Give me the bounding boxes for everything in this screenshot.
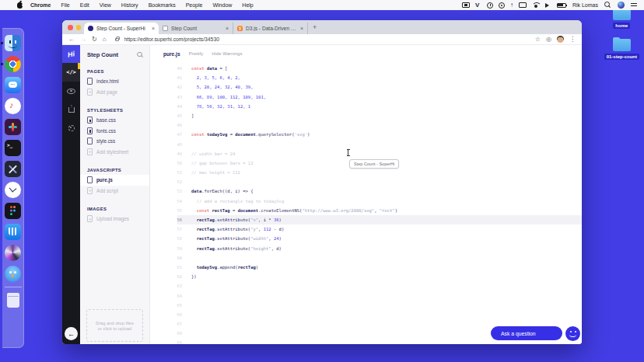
menu-history[interactable]: History	[121, 2, 138, 8]
dock-item-intercom[interactable]	[5, 224, 21, 240]
sidebar-search-icon[interactable]	[137, 52, 143, 58]
browser-tab-2[interactable]: Step Count×	[159, 23, 233, 34]
address-bar[interactable]: https://editor.superhi.com/projects/3453…	[124, 37, 530, 42]
reload-button[interactable]: ↻	[92, 34, 97, 44]
code-line[interactable]: 45]	[150, 111, 582, 120]
display-icon[interactable]	[519, 2, 527, 8]
open-file-tab[interactable]: pure.js	[163, 51, 180, 57]
code-line[interactable]: 63	[150, 281, 582, 291]
menu-view[interactable]: View	[100, 2, 111, 8]
apple-menu-icon[interactable]	[17, 2, 23, 9]
code-line[interactable]: 65	[150, 301, 582, 310]
sidebar-item-index-html[interactable]: index.html	[80, 76, 149, 87]
dock-item-xcode[interactable]	[5, 161, 21, 177]
menu-edit[interactable]: Edit	[80, 2, 89, 8]
code-line[interactable]: 48	[150, 140, 582, 149]
sidebar-item-upload-images[interactable]: Upload images	[80, 214, 149, 225]
new-tab-button[interactable]: +	[313, 22, 317, 33]
rail-settings-button[interactable]	[62, 119, 80, 137]
code-line[interactable]: 60	[150, 253, 582, 263]
desktop-folder-home[interactable]: home	[613, 8, 631, 29]
dock-item-figma[interactable]	[5, 203, 21, 219]
code-line[interactable]: 55 const rectTag = document.createElemen…	[150, 206, 582, 215]
forward-button[interactable]: →	[80, 34, 86, 44]
home-button[interactable]: ⌂	[103, 34, 107, 44]
prettify-button[interactable]: Prettify	[189, 51, 204, 56]
code-line[interactable]: 62})	[150, 272, 582, 281]
code-line[interactable]: 40const data = [	[150, 64, 582, 73]
code-line[interactable]: 64	[150, 291, 582, 301]
code-editor[interactable]: 40const data = [41 2, 3, 5, 6, 4, 2,42 5…	[150, 64, 582, 344]
sidebar-item-add-page[interactable]: Add page	[80, 87, 149, 98]
code-line[interactable]: 41 2, 3, 5, 6, 4, 2,	[150, 73, 582, 82]
code-line[interactable]: 53data.forEach((d, i) => {	[150, 186, 582, 196]
dock-item-finder[interactable]	[5, 35, 21, 51]
dock-item-music[interactable]	[5, 98, 21, 114]
arrow-up-icon[interactable]	[510, 2, 513, 9]
code-line[interactable]: 51// max height = 112	[150, 168, 582, 177]
code-line[interactable]: 52	[150, 177, 582, 186]
battery-icon[interactable]	[557, 3, 566, 8]
code-line[interactable]: 49// width bar = 24	[150, 149, 582, 158]
menu-chrome[interactable]: Chrome	[30, 2, 51, 8]
browser-menu-icon[interactable]: ⋮	[569, 34, 576, 44]
hide-warnings-button[interactable]: Hide Warnings	[212, 51, 242, 56]
code-line[interactable]: 58 rectTag.setAttribute("width", 24)	[150, 234, 582, 243]
profile-avatar[interactable]	[557, 36, 564, 43]
code-line[interactable]: 43 66, 89, 100, 112, 109, 101,	[150, 92, 582, 102]
tab-close-icon[interactable]: ×	[300, 26, 303, 31]
back-button[interactable]: ←	[68, 34, 75, 44]
rail-preview-button[interactable]	[62, 82, 80, 100]
clock-icon[interactable]	[487, 2, 493, 9]
notification-center-icon[interactable]	[631, 2, 638, 9]
rail-share-button[interactable]	[62, 100, 80, 119]
code-line[interactable]: 46	[150, 120, 582, 130]
code-line[interactable]: 57 rectTag.setAttribute("y", 112 - d)	[150, 225, 582, 234]
sidebar-item-style-css[interactable]: style.css	[80, 136, 149, 147]
sidebar-item-add-stylesheet[interactable]: Add stylesheet	[80, 147, 149, 158]
desktop-folder-01-step-count[interactable]: 01-step-count	[604, 39, 639, 60]
code-line[interactable]: 47const todaySvg = document.querySelecto…	[150, 130, 582, 139]
ask-question-button[interactable]: Ask a question	[491, 326, 562, 340]
spotlight-search-icon[interactable]	[604, 2, 611, 9]
siri-icon[interactable]	[618, 2, 625, 9]
file-dropzone[interactable]: Drag and drop files or click to upload	[86, 309, 143, 342]
dock-item-slack[interactable]	[5, 119, 21, 135]
vpn-icon[interactable]	[475, 2, 481, 9]
sidebar-item-base-css[interactable]: base.css	[80, 115, 149, 126]
dock-item-messages[interactable]	[5, 77, 21, 93]
close-window-button[interactable]	[68, 25, 73, 30]
screen-mirroring-icon[interactable]	[462, 2, 470, 8]
sidebar-item-fonts-css[interactable]: fonts.css	[80, 126, 149, 137]
dock-item-media[interactable]	[5, 245, 21, 261]
extension-icon[interactable]: ◎	[546, 34, 551, 44]
chat-smiley-button[interactable]	[565, 326, 580, 341]
code-line[interactable]: 42 5, 20, 24, 32, 40, 39,	[150, 82, 582, 92]
code-line[interactable]: 66	[150, 310, 582, 319]
menu-people[interactable]: People	[186, 2, 203, 8]
sidebar-item-add-script[interactable]: Add script	[80, 186, 149, 197]
menu-bookmarks[interactable]: Bookmarks	[149, 2, 176, 8]
code-line[interactable]: 44 78, 56, 32, 31, 12, 1	[150, 102, 582, 111]
bookmark-star-icon[interactable]: ☆	[535, 34, 541, 44]
code-line[interactable]: 54 // add a rectangle tag to todaySvg	[150, 197, 582, 206]
menu-help[interactable]: Help	[242, 2, 253, 8]
menu-file[interactable]: File	[61, 2, 69, 8]
code-line[interactable]: 59 rectTag.setAttribute("height", d)	[150, 244, 582, 253]
tab-close-icon[interactable]: ×	[152, 26, 155, 31]
code-line[interactable]: 56 rectTag.setAttribute("x", i * 36)	[150, 215, 582, 225]
sidebar-item-pure-js[interactable]: pure.js	[80, 175, 149, 186]
record-icon[interactable]	[499, 2, 505, 9]
tab-close-icon[interactable]: ×	[226, 26, 229, 31]
dock-item-bird[interactable]	[5, 266, 21, 282]
wifi-icon[interactable]	[532, 2, 540, 9]
browser-tab-3[interactable]: D3.js - Data-Driven Documen×	[233, 23, 308, 34]
code-line[interactable]: 61 todaySvg.append(rectTag)	[150, 263, 582, 272]
dock-item-trash[interactable]	[5, 292, 21, 308]
dock-item-chrome[interactable]	[5, 56, 21, 72]
menu-window[interactable]: Window	[212, 2, 232, 8]
dock-item-clock[interactable]	[5, 182, 21, 198]
superhi-logo[interactable]: Hi	[62, 45, 80, 63]
back-to-dashboard-button[interactable]: ←	[65, 327, 78, 340]
menubar-username[interactable]: Rik Lomas	[572, 2, 598, 8]
